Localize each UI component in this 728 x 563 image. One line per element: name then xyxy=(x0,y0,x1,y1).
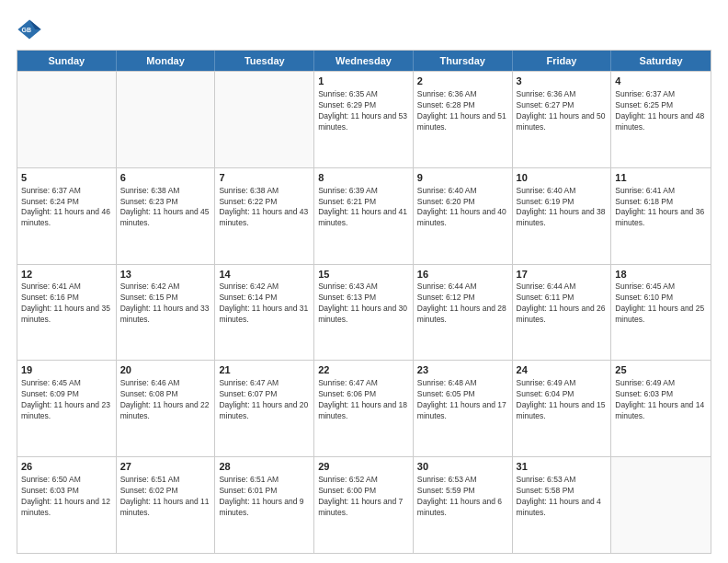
calendar-week-5: 26Sunrise: 6:50 AMSunset: 6:03 PMDayligh… xyxy=(17,456,711,553)
day-info: Sunrise: 6:41 AMSunset: 6:18 PMDaylight:… xyxy=(615,186,707,230)
day-info: Sunrise: 6:49 AMSunset: 6:03 PMDaylight:… xyxy=(615,378,707,422)
day-number: 20 xyxy=(120,363,211,377)
header-day-tuesday: Tuesday xyxy=(215,51,314,71)
day-info: Sunrise: 6:40 AMSunset: 6:20 PMDaylight:… xyxy=(417,186,508,230)
calendar-day-27: 27Sunrise: 6:51 AMSunset: 6:02 PMDayligh… xyxy=(117,457,216,553)
calendar-day-8: 8Sunrise: 6:39 AMSunset: 6:21 PMDaylight… xyxy=(314,168,414,264)
day-info: Sunrise: 6:37 AMSunset: 6:24 PMDaylight:… xyxy=(21,186,112,230)
day-number: 10 xyxy=(517,171,608,185)
day-info: Sunrise: 6:47 AMSunset: 6:07 PMDaylight:… xyxy=(219,378,310,422)
day-number: 4 xyxy=(615,75,707,88)
day-info: Sunrise: 6:49 AMSunset: 6:04 PMDaylight:… xyxy=(517,378,608,422)
day-info: Sunrise: 6:41 AMSunset: 6:16 PMDaylight:… xyxy=(21,282,112,326)
day-info: Sunrise: 6:38 AMSunset: 6:22 PMDaylight:… xyxy=(219,186,310,230)
day-number: 19 xyxy=(21,363,112,377)
day-info: Sunrise: 6:50 AMSunset: 6:03 PMDaylight:… xyxy=(21,475,112,519)
day-number: 7 xyxy=(219,171,310,185)
calendar-day-6: 6Sunrise: 6:38 AMSunset: 6:23 PMDaylight… xyxy=(117,168,216,264)
calendar-day-28: 28Sunrise: 6:51 AMSunset: 6:01 PMDayligh… xyxy=(215,457,314,553)
day-number: 25 xyxy=(615,363,707,377)
day-number: 26 xyxy=(21,460,112,474)
calendar-day-20: 20Sunrise: 6:46 AMSunset: 6:08 PMDayligh… xyxy=(117,361,216,456)
day-info: Sunrise: 6:53 AMSunset: 5:58 PMDaylight:… xyxy=(517,475,608,519)
logo-icon: GB xyxy=(17,17,42,42)
day-info: Sunrise: 6:44 AMSunset: 6:11 PMDaylight:… xyxy=(517,282,608,326)
day-info: Sunrise: 6:45 AMSunset: 6:09 PMDaylight:… xyxy=(21,378,112,422)
day-number: 24 xyxy=(517,363,608,377)
calendar-body: 1Sunrise: 6:35 AMSunset: 6:29 PMDaylight… xyxy=(17,71,711,553)
calendar-empty-cell xyxy=(117,72,216,167)
header-day-thursday: Thursday xyxy=(414,51,513,71)
day-number: 6 xyxy=(120,171,211,185)
calendar: SundayMondayTuesdayWednesdayThursdayFrid… xyxy=(17,50,711,554)
calendar-day-31: 31Sunrise: 6:53 AMSunset: 5:58 PMDayligh… xyxy=(513,457,612,553)
day-info: Sunrise: 6:44 AMSunset: 6:12 PMDaylight:… xyxy=(417,282,508,326)
day-info: Sunrise: 6:39 AMSunset: 6:21 PMDaylight:… xyxy=(318,186,409,230)
header-day-wednesday: Wednesday xyxy=(314,51,414,71)
calendar-day-29: 29Sunrise: 6:52 AMSunset: 6:00 PMDayligh… xyxy=(314,457,414,553)
calendar-day-22: 22Sunrise: 6:47 AMSunset: 6:06 PMDayligh… xyxy=(314,361,414,456)
day-number: 15 xyxy=(318,268,409,282)
day-info: Sunrise: 6:53 AMSunset: 5:59 PMDaylight:… xyxy=(417,475,508,519)
header-day-sunday: Sunday xyxy=(17,51,117,71)
calendar-day-3: 3Sunrise: 6:36 AMSunset: 6:27 PMDaylight… xyxy=(513,72,612,167)
calendar-week-1: 1Sunrise: 6:35 AMSunset: 6:29 PMDaylight… xyxy=(17,71,711,167)
day-number: 5 xyxy=(21,171,112,185)
calendar-empty-cell xyxy=(17,72,117,167)
day-info: Sunrise: 6:36 AMSunset: 6:27 PMDaylight:… xyxy=(517,89,608,133)
day-info: Sunrise: 6:38 AMSunset: 6:23 PMDaylight:… xyxy=(120,186,211,230)
header: GB xyxy=(17,17,711,42)
logo: GB xyxy=(17,17,46,42)
day-info: Sunrise: 6:42 AMSunset: 6:14 PMDaylight:… xyxy=(219,282,310,326)
day-number: 21 xyxy=(219,363,310,377)
day-number: 3 xyxy=(517,75,608,88)
day-info: Sunrise: 6:46 AMSunset: 6:08 PMDaylight:… xyxy=(120,378,211,422)
calendar-day-21: 21Sunrise: 6:47 AMSunset: 6:07 PMDayligh… xyxy=(215,361,314,456)
day-info: Sunrise: 6:52 AMSunset: 6:00 PMDaylight:… xyxy=(318,475,409,519)
calendar-day-4: 4Sunrise: 6:37 AMSunset: 6:25 PMDaylight… xyxy=(611,72,711,167)
calendar-day-13: 13Sunrise: 6:42 AMSunset: 6:15 PMDayligh… xyxy=(117,265,216,361)
day-number: 14 xyxy=(219,268,310,282)
day-number: 31 xyxy=(517,460,608,474)
day-number: 1 xyxy=(318,75,409,88)
day-number: 12 xyxy=(21,268,112,282)
day-info: Sunrise: 6:36 AMSunset: 6:28 PMDaylight:… xyxy=(417,89,508,133)
day-number: 17 xyxy=(517,268,608,282)
day-info: Sunrise: 6:42 AMSunset: 6:15 PMDaylight:… xyxy=(120,282,211,326)
day-info: Sunrise: 6:48 AMSunset: 6:05 PMDaylight:… xyxy=(417,378,508,422)
day-info: Sunrise: 6:40 AMSunset: 6:19 PMDaylight:… xyxy=(517,186,608,230)
day-number: 8 xyxy=(318,171,409,185)
calendar-day-19: 19Sunrise: 6:45 AMSunset: 6:09 PMDayligh… xyxy=(17,361,117,456)
calendar-day-14: 14Sunrise: 6:42 AMSunset: 6:14 PMDayligh… xyxy=(215,265,314,361)
page: GB SundayMondayTuesdayWednesdayThursdayF… xyxy=(0,0,728,563)
calendar-day-17: 17Sunrise: 6:44 AMSunset: 6:11 PMDayligh… xyxy=(513,265,612,361)
day-info: Sunrise: 6:43 AMSunset: 6:13 PMDaylight:… xyxy=(318,282,409,326)
day-info: Sunrise: 6:37 AMSunset: 6:25 PMDaylight:… xyxy=(615,89,707,133)
header-day-monday: Monday xyxy=(117,51,216,71)
calendar-empty-cell xyxy=(215,72,314,167)
day-info: Sunrise: 6:35 AMSunset: 6:29 PMDaylight:… xyxy=(318,89,409,133)
day-number: 30 xyxy=(417,460,508,474)
calendar-week-4: 19Sunrise: 6:45 AMSunset: 6:09 PMDayligh… xyxy=(17,360,711,456)
day-number: 29 xyxy=(318,460,409,474)
day-info: Sunrise: 6:45 AMSunset: 6:10 PMDaylight:… xyxy=(615,282,707,326)
calendar-day-5: 5Sunrise: 6:37 AMSunset: 6:24 PMDaylight… xyxy=(17,168,117,264)
calendar-day-25: 25Sunrise: 6:49 AMSunset: 6:03 PMDayligh… xyxy=(611,361,711,456)
calendar-header: SundayMondayTuesdayWednesdayThursdayFrid… xyxy=(17,51,711,71)
day-number: 28 xyxy=(219,460,310,474)
day-number: 27 xyxy=(120,460,211,474)
calendar-day-7: 7Sunrise: 6:38 AMSunset: 6:22 PMDaylight… xyxy=(215,168,314,264)
calendar-day-23: 23Sunrise: 6:48 AMSunset: 6:05 PMDayligh… xyxy=(414,361,513,456)
header-day-friday: Friday xyxy=(513,51,612,71)
day-number: 23 xyxy=(417,363,508,377)
calendar-day-10: 10Sunrise: 6:40 AMSunset: 6:19 PMDayligh… xyxy=(513,168,612,264)
calendar-empty-cell xyxy=(611,457,711,553)
day-info: Sunrise: 6:47 AMSunset: 6:06 PMDaylight:… xyxy=(318,378,409,422)
calendar-day-16: 16Sunrise: 6:44 AMSunset: 6:12 PMDayligh… xyxy=(414,265,513,361)
calendar-day-1: 1Sunrise: 6:35 AMSunset: 6:29 PMDaylight… xyxy=(314,72,414,167)
calendar-day-12: 12Sunrise: 6:41 AMSunset: 6:16 PMDayligh… xyxy=(17,265,117,361)
calendar-day-15: 15Sunrise: 6:43 AMSunset: 6:13 PMDayligh… xyxy=(314,265,414,361)
header-day-saturday: Saturday xyxy=(611,51,711,71)
calendar-day-24: 24Sunrise: 6:49 AMSunset: 6:04 PMDayligh… xyxy=(513,361,612,456)
calendar-day-26: 26Sunrise: 6:50 AMSunset: 6:03 PMDayligh… xyxy=(17,457,117,553)
